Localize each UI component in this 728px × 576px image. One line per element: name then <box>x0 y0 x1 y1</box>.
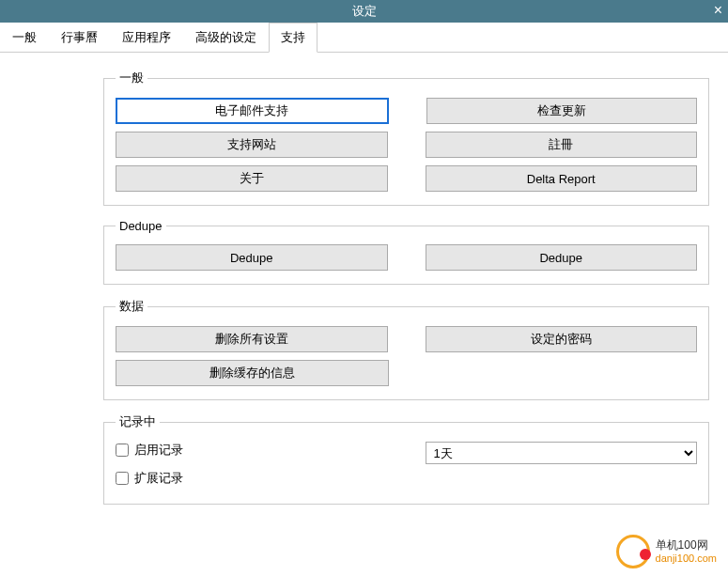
check-update-button[interactable]: 检查更新 <box>426 98 698 124</box>
group-data: 数据 删除所有设置 设定的密码 删除缓存的信息 <box>103 298 709 400</box>
group-dedupe-legend: Dedupe <box>116 219 166 233</box>
enable-record-label: 启用记录 <box>134 442 183 459</box>
record-duration-select[interactable]: 1天 <box>426 442 698 464</box>
about-button[interactable]: 关于 <box>116 165 388 192</box>
window-title: 设定 <box>352 3 377 20</box>
delete-all-settings-button[interactable]: 删除所有设置 <box>116 326 388 352</box>
content-area: 一般 电子邮件支持 检查更新 支持网站 註冊 关于 Delta Report D… <box>0 53 728 505</box>
register-button[interactable]: 註冊 <box>426 132 698 158</box>
watermark-text: 单机100网 danji100.com <box>656 539 717 563</box>
dedupe-button-1[interactable]: Dedupe <box>116 244 388 271</box>
support-site-button[interactable]: 支持网站 <box>116 132 388 158</box>
group-record: 记录中 启用记录 扩展记录 1天 <box>103 413 709 505</box>
group-general: 一般 电子邮件支持 检查更新 支持网站 註冊 关于 Delta Report <box>103 70 709 206</box>
close-icon[interactable]: × <box>714 2 722 19</box>
group-data-legend: 数据 <box>116 298 147 315</box>
watermark-icon <box>616 535 650 568</box>
tab-calendar[interactable]: 行事曆 <box>49 23 110 52</box>
delta-report-button[interactable]: Delta Report <box>426 165 698 192</box>
spacer <box>426 360 698 386</box>
set-password-button[interactable]: 设定的密码 <box>426 326 698 352</box>
group-dedupe: Dedupe Dedupe Dedupe <box>103 219 709 285</box>
tab-bar: 一般 行事曆 应用程序 高级的设定 支持 <box>0 23 728 53</box>
group-record-legend: 记录中 <box>116 413 160 430</box>
tab-advanced[interactable]: 高级的设定 <box>183 23 269 52</box>
extend-record-checkbox[interactable] <box>116 472 129 485</box>
group-general-legend: 一般 <box>116 70 147 86</box>
extend-record-label: 扩展记录 <box>134 470 183 487</box>
titlebar: 设定 × <box>0 0 728 23</box>
tab-general[interactable]: 一般 <box>0 23 49 52</box>
tab-apps[interactable]: 应用程序 <box>110 23 183 52</box>
email-support-button[interactable]: 电子邮件支持 <box>116 98 389 124</box>
watermark: 单机100网 danji100.com <box>616 535 717 568</box>
tab-support[interactable]: 支持 <box>269 23 318 53</box>
delete-cache-button[interactable]: 删除缓存的信息 <box>116 360 389 386</box>
dedupe-button-2[interactable]: Dedupe <box>426 244 698 271</box>
enable-record-checkbox[interactable] <box>116 444 129 457</box>
